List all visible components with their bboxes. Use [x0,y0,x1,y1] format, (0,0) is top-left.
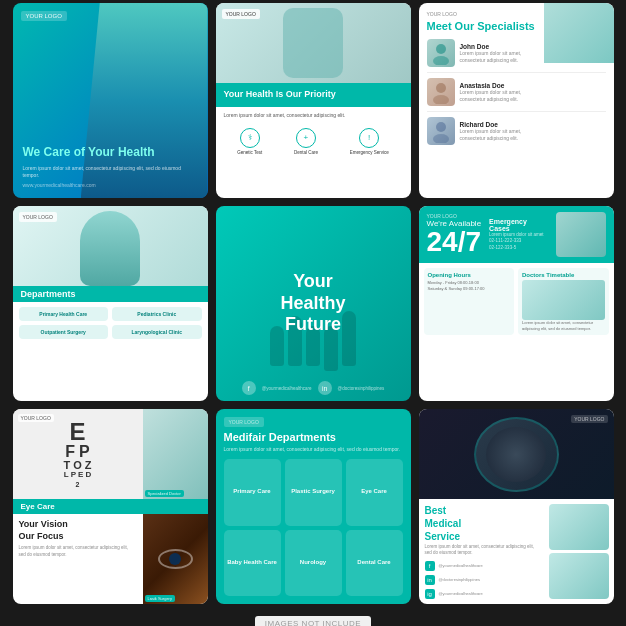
richard-name: Richard Doe [460,121,606,128]
card9-social: f @yourmedicalhealthcare [425,561,543,571]
doctor-figure [283,8,343,78]
richard-avatar [427,117,455,145]
dept-dental-name: Dental Care [357,559,390,567]
social-fb-text: @yourmedicalhealthcare [262,386,312,391]
medical-image-1 [549,504,609,550]
card-healthy-future: Your Healthy Future f @yourmedicalhealth… [216,206,411,401]
dept-eye: Eye Care [346,459,403,526]
dept-neurology: Nurology [285,530,342,597]
svg-point-2 [436,83,446,93]
card2-top-image: YOUR LOGO [216,3,411,83]
john-avatar [427,39,455,67]
lasik-label: Lasik Surgery [145,595,175,602]
social-in-icon: in [318,381,332,395]
card2-green-band: Your Health Is Our Priority [216,83,411,107]
soc-fb: f [425,561,435,571]
card6-doctors: Doctors Timetable Lorem ipsum dolor sit … [518,268,609,335]
card6-opening-title: Opening Hours [428,272,511,278]
card-medifair: YOUR LOGO Medifair Departments Lorem ips… [216,409,411,604]
card7-bottom: Your Vision Our Focus Lorem ipsum dolor … [13,514,208,604]
eye-closeup: Lasik Surgery [143,514,208,604]
card9-social-in: in @doctoresinphilippines [425,575,543,585]
card6-doctors-text: Lorem ipsum dolor sit amet, consectetur … [522,320,605,331]
card4-logo: YOUR LOGO [19,212,57,222]
card6-doctors-title: Doctors Timetable [522,272,605,278]
card7-logo: YOUR LOGO [18,414,54,422]
card1-website: www.yourmedicalhealthcare.com [23,182,198,188]
dept-grid: Primary Health Care Pediatrics Clinic Ou… [13,302,208,344]
card9-dark-area: YOUR LOGO [419,409,614,499]
doctors-image [522,280,605,320]
service-dental: + Dental Care [294,128,318,155]
dental-label: Dental Care [294,150,318,155]
doctor-image-top: Specialized Doctor [143,409,208,499]
dental-icon: + [296,128,316,148]
footer-label: IMAGES NOT INCLUDE [255,616,371,626]
genetic-label: Genetic Test [237,150,262,155]
svg-point-3 [433,95,449,104]
card9-text: Best Medical Service Lorem ipsum dolor s… [419,499,549,604]
soc-ig: ig [425,589,435,599]
soc-in: in [425,575,435,585]
card7-title: Your Vision Our Focus [19,519,137,542]
card9-title: Best Medical Service [425,504,543,543]
card-best-medical: YOUR LOGO Best Medical Service Lorem ips… [419,409,614,604]
card6-247: 24/7 [427,228,482,256]
card1-title: We Care of Your Health [23,145,198,161]
card8-desc: Lorem ipsum dolor sit amet, consectetur … [224,446,403,453]
main-grid: YOUR LOGO We Care of Your Health Lorem i… [5,0,622,612]
card8-title: Medifair Departments [224,431,403,443]
dept-primary: Primary Health Care [19,307,109,321]
dept-plastic: Plastic Surgery [285,459,342,526]
specialist-badge: Specialized Doctor [145,490,184,497]
card7-desc: Lorem ipsum dolor sit amet, consectetur … [19,545,137,558]
card5-title-line2: Healthy [280,293,345,313]
card8-dept-grid: Primary Care Plastic Surgery Eye Care Ba… [224,459,403,596]
card7-top: YOUR LOGO E FP TOZ LPED 2 [13,409,208,499]
card-departments: YOUR LOGO Departments Primary Health Car… [13,206,208,401]
scanner-inner [486,427,546,482]
dept-outpatient: Outpatient Surgery [19,325,109,339]
card5-title: Your Healthy Future [280,271,345,336]
card6-emerg-desc: Lorem ipsum dolor sit amet02-111-222-333… [489,232,547,251]
svg-point-5 [433,134,449,143]
soc-ig-text: @yourmedicalhealthcare [439,591,483,596]
anastasia-avatar [427,78,455,106]
svg-point-0 [436,44,446,54]
specialist-anastasia: Anastasia Doe Lorem ipsum dolor sit amet… [427,78,606,112]
nurse-figure [80,211,140,286]
social-fb-icon: f [242,381,256,395]
card9-bottom: Best Medical Service Lorem ipsum dolor s… [419,499,614,604]
scanner-image [474,417,559,492]
dept-primary-care: Primary Care [224,459,281,526]
specialist-richard: Richard Doe Lorem ipsum dolor sit amet,c… [427,117,606,150]
dept-plastic-name: Plastic Surgery [291,488,335,496]
card7-right-images: Specialized Doctor [143,409,208,499]
card6-emerg-title: Emergency Cases [489,218,547,232]
anastasia-role: Lorem ipsum dolor sit amet,consectetur a… [460,89,606,103]
card-247: YOUR LOGO We're Available 24/7 Emergency… [419,206,614,401]
card-health-priority: YOUR LOGO Your Health Is Our Priority Lo… [216,3,411,198]
genetic-icon: ⚕ [240,128,260,148]
card7-text: Your Vision Our Focus Lorem ipsum dolor … [13,514,143,604]
card6-top: YOUR LOGO We're Available 24/7 Emergency… [419,206,614,263]
anastasia-name: Anastasia Doe [460,82,606,89]
card9-desc: Lorem ipsum dolor sit amet, consectetur … [425,544,543,557]
dept-pediatrics: Pediatrics Clinic [112,307,202,321]
dept-baby-name: Baby Health Care [227,559,277,567]
card-vision: YOUR LOGO E FP TOZ LPED 2 [13,409,208,604]
eye-chart: E FP TOZ LPED 2 [13,409,143,499]
best-line3: Service [425,531,461,542]
dept-laryngo: Laryngological Clinic [112,325,202,339]
card4-photo: YOUR LOGO [13,206,208,286]
card2-title: Your Health Is Our Priority [224,89,403,101]
card5-title-line3: Future [285,314,341,334]
soc-fb-text: @yourmedicalhealthcare [439,563,483,568]
card5-social: f @yourmedicalhealthcare in @doctoresinp… [242,381,384,395]
card4-title: Departments [13,286,208,302]
vision-line1: Your Vision [19,519,68,529]
card-we-care: YOUR LOGO We Care of Your Health Lorem i… [13,3,208,198]
service-genetic: ⚕ Genetic Test [237,128,262,155]
medical-image-2 [549,553,609,599]
service-emergency: ! Emergency Service [350,128,389,155]
